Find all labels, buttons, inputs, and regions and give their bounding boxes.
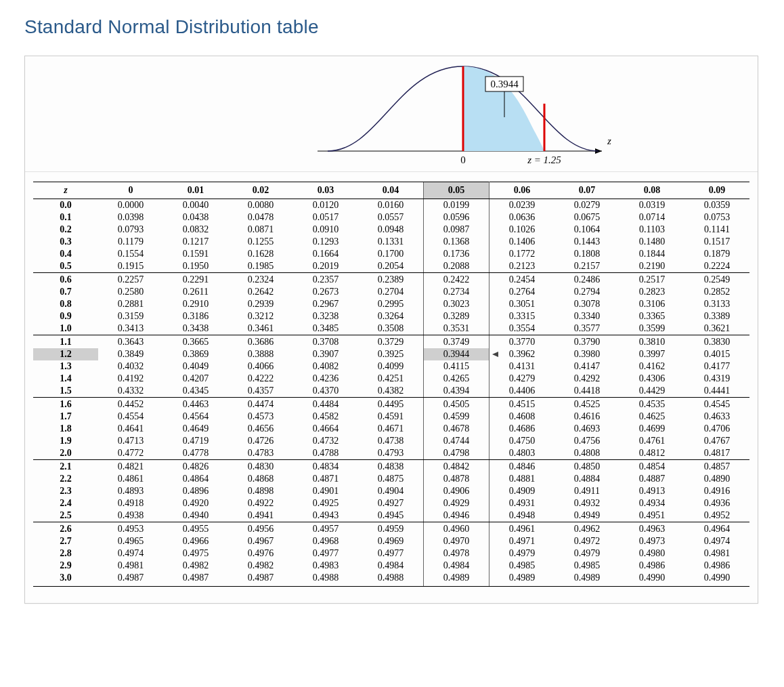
table-cell: 0.4969 — [358, 535, 424, 547]
table-cell: 0.4881 — [489, 473, 555, 485]
table-cell: 0.4927 — [358, 497, 424, 509]
table-cell: 0.4982 — [228, 560, 293, 572]
table-cell: 0.1985 — [228, 260, 293, 273]
table-cell: 0.4713 — [98, 435, 163, 447]
col-header: 0.04 — [358, 182, 424, 199]
table-cell: 0.0319 — [619, 199, 684, 212]
table-cell: 0.4979 — [489, 547, 555, 560]
table-cell: 0.4834 — [293, 460, 358, 474]
table-cell: 0.4429 — [619, 385, 684, 398]
col-header: 0.06 — [489, 182, 555, 199]
col-header: 0.09 — [684, 182, 749, 199]
table-cell: 0.3340 — [554, 310, 619, 322]
table-cell: 0.3186 — [163, 310, 228, 322]
row-label: 2.2 — [33, 473, 98, 485]
table-cell: 0.3106 — [619, 298, 684, 310]
table-cell: 0.0636 — [489, 211, 555, 224]
table-cell: 0.4965 — [98, 535, 163, 547]
table-cell: 0.4970 — [424, 535, 489, 547]
table-cell: 0.3365 — [619, 310, 684, 322]
table-cell: 0.3051 — [489, 298, 555, 310]
table-cell: 0.4678 — [424, 423, 489, 435]
row-label: 2.3 — [33, 485, 98, 497]
table-cell: 0.4934 — [619, 497, 684, 509]
table-cell: 0.0120 — [293, 199, 358, 212]
table-cell: 0.0438 — [163, 211, 228, 224]
page-title: Standard Normal Distribution table — [24, 16, 760, 38]
table-cell: 0.4909 — [489, 485, 555, 497]
row-label: 0.2 — [33, 224, 98, 236]
table-cell: 0.4082 — [293, 360, 358, 373]
bell-curve-diagram: 0.3944 0 z = 1.25 z — [25, 56, 758, 172]
table-cell: 0.4925 — [293, 497, 358, 509]
table-cell: 0.4738 — [358, 435, 424, 447]
table-cell: 0.4808 — [554, 447, 619, 460]
row-label: 2.9 — [33, 560, 98, 572]
row-label: 1.8 — [33, 423, 98, 435]
table-cell: 0.4803 — [489, 447, 555, 460]
table-cell: 0.4332 — [98, 385, 163, 398]
table-cell: 0.4719 — [163, 435, 228, 447]
table-cell: 0.4783 — [228, 447, 293, 460]
table-cell: 0.4463 — [163, 398, 228, 411]
table-cell: 0.4162 — [619, 360, 684, 373]
table-cell: 0.4656 — [228, 423, 293, 435]
table-cell: 0.4693 — [554, 423, 619, 435]
table-cell: 0.4474 — [228, 398, 293, 411]
table-cell: 0.1293 — [293, 236, 358, 248]
table-cell: 0.4821 — [98, 460, 163, 474]
table-cell: 0.4906 — [424, 485, 489, 497]
table-cell: 0.2823 — [619, 286, 684, 298]
table-cell: 0.1844 — [619, 248, 684, 260]
table-cell: 0.4649 — [163, 423, 228, 435]
table-cell: 0.3461 — [228, 322, 293, 335]
table-cell: 0.1103 — [619, 224, 684, 236]
table-cell: 0.4949 — [554, 509, 619, 522]
table-cell: 0.4913 — [619, 485, 684, 497]
table-cell: 0.3133 — [684, 298, 749, 310]
table-cell: 0.4964 — [684, 522, 749, 536]
row-label: 3.0 — [33, 572, 98, 587]
col-header-z: z — [33, 182, 98, 199]
table-cell: 0.1064 — [554, 224, 619, 236]
table-cell: 0.4515 — [489, 398, 555, 411]
table-cell: 0.1554 — [98, 248, 163, 260]
table-cell: 0.4633 — [684, 411, 749, 423]
table-cell: 0.1772 — [489, 248, 555, 260]
table-cell: 0.0398 — [98, 211, 163, 224]
col-header: 0.07 — [554, 182, 619, 199]
table-cell: 0.2673 — [293, 286, 358, 298]
table-cell: 0.4904 — [358, 485, 424, 497]
table-cell: 0.4505 — [424, 398, 489, 411]
table-cell: 0.1026 — [489, 224, 555, 236]
table-cell: 0.4131 — [489, 360, 555, 373]
table-cell: 0.3023 — [424, 298, 489, 310]
table-cell: 0.3413 — [98, 322, 163, 335]
table-cell: 0.4987 — [228, 572, 293, 587]
table-cell: 0.4699 — [619, 423, 684, 435]
table-cell: 0.2939 — [228, 298, 293, 310]
table-cell: 0.0871 — [228, 224, 293, 236]
table-cell: 0.4357 — [228, 385, 293, 398]
table-cell: 0.4936 — [684, 497, 749, 509]
row-label: 2.7 — [33, 535, 98, 547]
table-cell: 0.0714 — [619, 211, 684, 224]
table-cell: 0.4953 — [98, 522, 163, 536]
row-label: 1.4 — [33, 373, 98, 385]
table-cell: 0.4972 — [554, 535, 619, 547]
table-cell: 0.3925 — [358, 348, 424, 360]
table-cell: 0.0359 — [684, 199, 749, 212]
table-cell: 0.1179 — [98, 236, 163, 248]
table-cell: 0.4664 — [293, 423, 358, 435]
table-cell: 0.4989 — [489, 572, 555, 587]
table-cell: 0.4898 — [228, 485, 293, 497]
row-label: 2.5 — [33, 509, 98, 522]
table-cell: 0.4968 — [293, 535, 358, 547]
table-cell: 0.4842 — [424, 460, 489, 474]
table-cell: 0.4706 — [684, 423, 749, 435]
table-cell: 0.1700 — [358, 248, 424, 260]
table-cell: 0.4554 — [98, 411, 163, 423]
table-cell: 0.2549 — [684, 273, 749, 287]
table-cell: 0.2324 — [228, 273, 293, 287]
table-cell: 0.4938 — [98, 509, 163, 522]
